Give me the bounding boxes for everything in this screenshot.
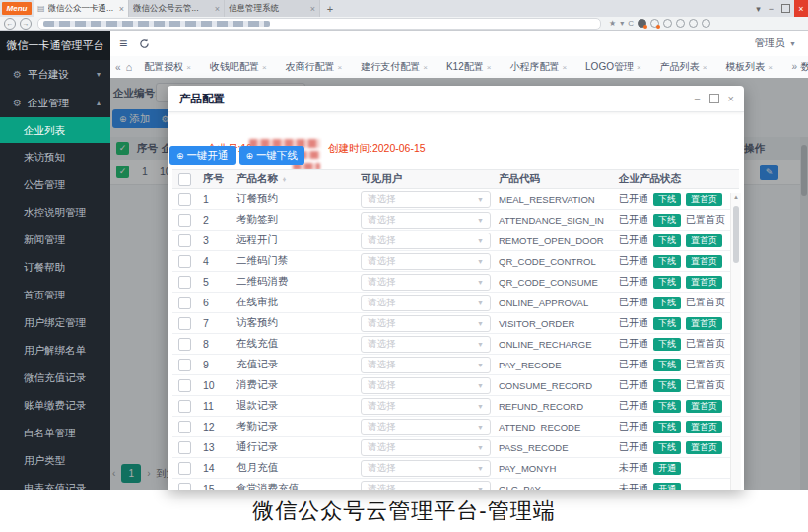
status-action-button[interactable]: 置首页	[686, 421, 722, 433]
visible-users-select[interactable]: 请选择▼	[361, 460, 491, 477]
row-checkbox[interactable]	[178, 441, 191, 454]
extension-icon-3[interactable]	[663, 19, 672, 28]
tab-close-icon[interactable]: ×	[637, 63, 641, 72]
offline-all-button[interactable]: ⊕ 一键下线	[239, 146, 305, 165]
sidebar-item[interactable]: 首页管理	[0, 281, 110, 308]
minimize-icon[interactable]: −	[765, 4, 777, 14]
status-action-button[interactable]: 下线	[653, 400, 681, 413]
nav-tab[interactable]: 模板列表×	[721, 58, 776, 76]
tab-close-icon[interactable]: ×	[703, 63, 707, 72]
sidebar-item[interactable]: 用户类型	[0, 446, 110, 474]
visible-users-select[interactable]: 请选择▼	[361, 336, 491, 353]
status-action-button[interactable]: 下线	[653, 317, 681, 330]
nav-tab[interactable]: 产品列表×	[656, 58, 711, 76]
visible-users-select[interactable]: 请选择▼	[361, 315, 491, 332]
sidebar-group[interactable]: ⚙企业管理▴	[0, 89, 110, 117]
row-checkbox[interactable]	[178, 193, 191, 206]
row-checkbox[interactable]	[178, 359, 191, 371]
status-action-button[interactable]: 下线	[653, 234, 681, 247]
nav-tab[interactable]: 收钱吧配置×	[206, 58, 271, 76]
scroll-tabs-left-icon[interactable]: «	[115, 62, 121, 73]
forward-icon[interactable]: →	[20, 18, 32, 30]
row-checkbox[interactable]	[178, 379, 191, 392]
sidebar-item[interactable]: 微信充值记录	[0, 364, 110, 391]
tab-close-icon[interactable]: ×	[423, 63, 428, 72]
status-action-button[interactable]: 置首页	[686, 400, 722, 413]
extension-icon-1[interactable]	[638, 19, 646, 28]
tab-close-icon[interactable]: ×	[186, 63, 191, 72]
extension-icon-6[interactable]	[702, 19, 710, 28]
maximize-icon[interactable]	[781, 4, 790, 13]
nav-tab[interactable]: 建行支付配置×	[357, 58, 432, 76]
visible-users-select[interactable]: 请选择▼	[361, 253, 491, 270]
extension-icon-5[interactable]	[689, 19, 698, 28]
user-menu[interactable]: 管理员 ▼	[755, 31, 796, 56]
tab-close-icon[interactable]: ×	[562, 63, 567, 72]
row-checkbox[interactable]	[178, 400, 191, 413]
home-icon[interactable]: ⌂	[126, 61, 133, 73]
sidebar-item[interactable]: 用户解绑名单	[0, 336, 110, 364]
visible-users-select[interactable]: 请选择▼	[361, 377, 491, 394]
visible-users-select[interactable]: 请选择▼	[361, 233, 491, 249]
status-action-button[interactable]: 开通	[653, 483, 681, 491]
row-checkbox[interactable]	[178, 462, 191, 475]
visible-users-select[interactable]: 请选择▼	[361, 295, 491, 311]
browser-tab[interactable]: ▤微信公众一卡通...×	[34, 0, 129, 17]
sidebar-item[interactable]: 新闻管理	[0, 226, 110, 253]
sort-icon[interactable]: ▲▼	[282, 177, 287, 182]
refresh-icon[interactable]	[139, 38, 150, 49]
sidebar-item[interactable]: 账单缴费记录	[0, 391, 110, 419]
tab-close-icon[interactable]: ×	[215, 4, 220, 14]
scroll-tabs-right-icon[interactable]: »	[788, 61, 800, 72]
visible-users-select[interactable]: 请选择▼	[361, 398, 491, 415]
sidebar-item[interactable]: 公告管理	[0, 170, 110, 198]
sidebar-item[interactable]: 白名单管理	[0, 419, 110, 446]
tab-close-icon[interactable]: ×	[768, 63, 773, 72]
nav-tab[interactable]: K12配置×	[442, 58, 495, 76]
tab-close-icon[interactable]: ×	[119, 4, 124, 14]
close-icon[interactable]: ×	[794, 0, 808, 17]
row-checkbox[interactable]	[178, 338, 191, 351]
status-action-button[interactable]: 下线	[653, 441, 681, 454]
sidebar-group[interactable]: ⚙平台建设▾	[0, 60, 110, 89]
visible-users-select[interactable]: 请选择▼	[361, 191, 491, 208]
modal-maximize-icon[interactable]	[709, 94, 719, 103]
nav-tab[interactable]: LOGO管理×	[581, 58, 645, 76]
refresh-icon[interactable]: C	[628, 19, 634, 28]
tab-close-icon[interactable]: ×	[338, 63, 343, 72]
modal-close-icon[interactable]: ×	[728, 93, 734, 104]
status-action-button[interactable]: 下线	[653, 276, 681, 289]
row-checkbox[interactable]	[178, 317, 191, 330]
browser-tab[interactable]: ■微信公众号云管...×	[129, 0, 225, 17]
status-action-button[interactable]: 开通	[653, 462, 681, 475]
back-icon[interactable]: ←	[4, 18, 16, 30]
row-checkbox[interactable]	[178, 255, 191, 268]
modal-minimize-icon[interactable]: −	[694, 93, 700, 104]
visible-users-select[interactable]: 请选择▼	[361, 274, 491, 291]
status-action-button[interactable]: 置首页	[686, 441, 722, 454]
row-checkbox[interactable]	[178, 234, 191, 247]
tab-close-icon[interactable]: ×	[487, 63, 492, 72]
row-checkbox[interactable]	[178, 214, 191, 227]
status-action-button[interactable]: 下线	[653, 255, 681, 268]
tab-close-icon[interactable]: ×	[262, 63, 267, 72]
open-all-button[interactable]: ⊕ 一键开通	[169, 146, 236, 165]
scroll-up-icon[interactable]: ▲	[731, 194, 741, 200]
status-action-button[interactable]: 下线	[653, 359, 681, 371]
row-checkbox[interactable]	[178, 276, 191, 289]
browser-menu-button[interactable]: Menu	[2, 2, 32, 15]
select-all-checkbox[interactable]	[178, 173, 191, 186]
sidebar-item[interactable]: 企业列表	[0, 117, 110, 143]
status-action-button[interactable]: 置首页	[686, 193, 722, 206]
row-checkbox[interactable]	[178, 421, 191, 433]
sidebar-item[interactable]: 用户绑定管理	[0, 308, 110, 336]
visible-users-select[interactable]: 请选择▼	[361, 212, 491, 229]
sidebar-item[interactable]: 水控说明管理	[0, 198, 110, 226]
status-action-button[interactable]: 下线	[653, 193, 681, 206]
status-action-button[interactable]: 下线	[653, 379, 681, 392]
status-action-button[interactable]: 下线	[653, 338, 681, 351]
status-action-button[interactable]: 置首页	[686, 234, 722, 247]
scrollbar-thumb[interactable]	[733, 206, 739, 263]
visible-users-select[interactable]: 请选择▼	[361, 439, 491, 456]
visible-users-select[interactable]: 请选择▼	[361, 357, 491, 373]
